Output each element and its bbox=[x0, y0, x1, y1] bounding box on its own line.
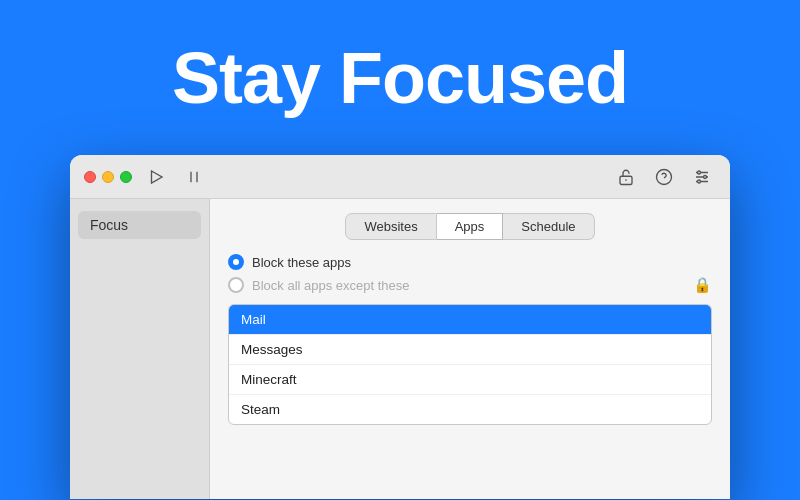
window-body: Focus Websites Apps Schedule bbox=[70, 199, 730, 499]
svg-point-12 bbox=[698, 180, 701, 183]
radio-block-these[interactable]: Block these apps bbox=[228, 254, 712, 270]
pause-icon[interactable] bbox=[180, 163, 208, 191]
list-item[interactable]: Steam bbox=[229, 395, 711, 424]
list-item[interactable]: Messages bbox=[229, 335, 711, 365]
settings-icon[interactable] bbox=[688, 163, 716, 191]
minimize-button[interactable] bbox=[102, 171, 114, 183]
app-list: Mail Messages Minecraft Steam bbox=[228, 304, 712, 425]
hero-section: Stay Focused bbox=[0, 0, 800, 155]
tab-apps[interactable]: Apps bbox=[437, 213, 504, 240]
lock-icon: 🔒 bbox=[693, 276, 712, 294]
svg-marker-0 bbox=[152, 171, 163, 183]
window-area: Focus Websites Apps Schedule bbox=[0, 155, 800, 499]
maximize-button[interactable] bbox=[120, 171, 132, 183]
help-icon[interactable] bbox=[650, 163, 678, 191]
play-icon[interactable] bbox=[142, 163, 170, 191]
hero-title: Stay Focused bbox=[172, 37, 628, 119]
radio-block-all-except: Block all apps except these 🔒 bbox=[228, 276, 712, 294]
main-content: Websites Apps Schedule Block these apps bbox=[210, 199, 730, 499]
traffic-lights bbox=[84, 171, 132, 183]
list-item[interactable]: Mail bbox=[229, 305, 711, 335]
tab-websites[interactable]: Websites bbox=[345, 213, 436, 240]
tabs: Websites Apps Schedule bbox=[228, 213, 712, 240]
svg-point-10 bbox=[698, 171, 701, 174]
unlock-icon[interactable] bbox=[612, 163, 640, 191]
svg-point-11 bbox=[704, 175, 707, 178]
titlebar bbox=[70, 155, 730, 199]
svg-point-5 bbox=[657, 169, 672, 184]
app-window: Focus Websites Apps Schedule bbox=[70, 155, 730, 499]
sidebar: Focus bbox=[70, 199, 210, 499]
radio-group: Block these apps Block all apps except t… bbox=[228, 254, 712, 294]
tab-schedule[interactable]: Schedule bbox=[503, 213, 594, 240]
close-button[interactable] bbox=[84, 171, 96, 183]
radio-circle-unchecked bbox=[228, 277, 244, 293]
radio-circle-checked bbox=[228, 254, 244, 270]
sidebar-item-focus[interactable]: Focus bbox=[78, 211, 201, 239]
list-item[interactable]: Minecraft bbox=[229, 365, 711, 395]
